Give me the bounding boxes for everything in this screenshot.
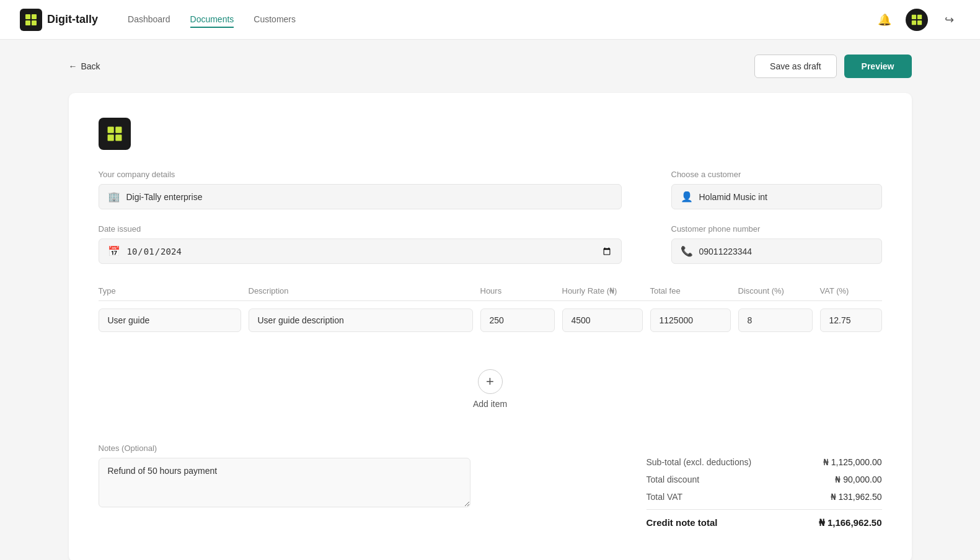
col-hourly-rate: Hourly Rate (₦) [562,286,643,295]
col-hours: Hours [480,286,555,295]
credit-note-value: ₦ 1,166,962.50 [819,517,882,528]
col-total-fee: Total fee [650,286,731,295]
building-icon: 🏢 [108,191,120,203]
date-issued-input-wrapper: 📅 [99,238,622,264]
preview-button[interactable]: Preview [844,55,912,78]
phone-icon: 📞 [681,245,693,257]
form-card: Your company details 🏢 Date issued 📅 [69,93,912,560]
svg-rect-0 [25,14,30,19]
back-arrow-icon: ← [69,61,77,71]
right-form: Choose a customer 👤 Customer phone numbe… [671,170,882,264]
customer-phone-input-wrapper: 📞 [671,238,882,264]
choose-customer-group: Choose a customer 👤 [671,170,882,209]
item-discount-input[interactable] [738,308,813,332]
nav-documents[interactable]: Documents [190,12,234,28]
subtotal-value: ₦ 1,125,000.00 [823,457,882,467]
logo-icon [20,9,42,31]
vat-value: ₦ 131,962.50 [831,492,882,502]
add-item-button[interactable]: + [478,369,503,394]
credit-note-row: Credit note total ₦ 1,166,962.50 [647,509,882,532]
vat-row: Total VAT ₦ 131,962.50 [647,488,882,505]
svg-rect-5 [917,14,922,19]
company-details-label: Your company details [99,170,622,179]
customer-name-input[interactable] [699,192,873,202]
discount-row: Total discount ₦ 90,000.00 [647,471,882,488]
date-issued-label: Date issued [99,224,622,234]
item-type-input[interactable] [99,308,241,332]
svg-rect-9 [115,127,121,133]
bottom-section: Notes (Optional) Sub-total (excl. deduct… [99,434,882,532]
date-issued-input[interactable] [126,246,612,257]
svg-rect-3 [32,20,37,25]
company-details-input-wrapper: 🏢 [99,184,622,209]
totals-table: Sub-total (excl. deductions) ₦ 1,125,000… [647,453,882,532]
credit-note-label: Credit note total [647,517,718,528]
vat-label: Total VAT [647,492,683,502]
item-description-input[interactable] [249,308,473,332]
svg-rect-2 [25,20,30,25]
topbar-actions: Save as draft Preview [754,55,911,78]
nav-customers[interactable]: Customers [254,12,296,28]
add-item-section: + Add item [99,357,882,421]
totals-section: Sub-total (excl. deductions) ₦ 1,125,000… [647,453,882,532]
app-name: Digit-tally [47,13,98,26]
svg-rect-4 [912,14,916,19]
calendar-icon: 📅 [108,245,120,257]
subtotal-row: Sub-total (excl. deductions) ₦ 1,125,000… [647,453,882,471]
company-details-group: Your company details 🏢 [99,170,622,209]
topbar: ← Back Save as draft Preview [69,55,912,78]
item-total-fee-input[interactable] [650,308,731,332]
svg-rect-11 [115,134,121,141]
customer-input-wrapper: 👤 [671,184,882,209]
left-form: Your company details 🏢 Date issued 📅 [99,170,671,264]
notes-section: Notes (Optional) [99,444,470,509]
logout-icon: ↪ [945,13,954,27]
company-details-input[interactable] [126,192,612,202]
page: ← Back Save as draft Preview Your compan… [44,40,937,560]
bell-icon: 🔔 [878,13,891,27]
col-type: Type [99,286,241,295]
discount-label: Total discount [647,475,700,484]
customer-phone-input[interactable] [699,247,873,256]
navbar: Digit-tally Dashboard Documents Customer… [0,0,980,40]
navbar-actions: 🔔 ↪ [873,9,960,31]
choose-customer-label: Choose a customer [671,170,882,179]
customer-phone-group: Customer phone number 📞 [671,224,882,264]
line-items-header: Type Description Hours Hourly Rate (₦) T… [99,286,882,301]
subtotal-label: Sub-total (excl. deductions) [647,457,752,467]
nav-dashboard[interactable]: Dashboard [128,12,170,28]
notification-button[interactable]: 🔔 [873,9,896,31]
logout-button[interactable]: ↪ [938,9,960,31]
line-items-section: Type Description Hours Hourly Rate (₦) T… [99,286,882,339]
col-vat: VAT (%) [820,286,882,295]
logo[interactable]: Digit-tally [20,9,98,31]
save-draft-button[interactable]: Save as draft [754,55,837,78]
top-form-section: Your company details 🏢 Date issued 📅 [99,170,882,264]
nav-links: Dashboard Documents Customers [128,12,873,28]
add-item-label: Add item [473,399,507,409]
svg-rect-10 [107,134,113,141]
date-issued-group: Date issued 📅 [99,224,622,264]
item-hours-input[interactable] [480,308,555,332]
customer-phone-label: Customer phone number [671,224,882,234]
svg-rect-8 [107,127,113,133]
discount-value: ₦ 90,000.00 [835,475,881,484]
svg-rect-1 [32,14,37,19]
svg-rect-7 [917,20,922,24]
table-row [99,301,882,339]
person-icon: 👤 [681,191,693,203]
svg-rect-6 [912,20,916,24]
item-hourly-rate-input[interactable] [562,308,643,332]
notes-textarea[interactable] [99,458,470,507]
back-button[interactable]: ← Back [69,61,100,71]
col-discount: Discount (%) [738,286,813,295]
notes-label: Notes (Optional) [99,444,470,453]
company-logo-icon [99,118,131,150]
item-vat-input[interactable] [820,308,882,332]
col-description: Description [249,286,473,295]
avatar-button[interactable] [906,9,928,31]
